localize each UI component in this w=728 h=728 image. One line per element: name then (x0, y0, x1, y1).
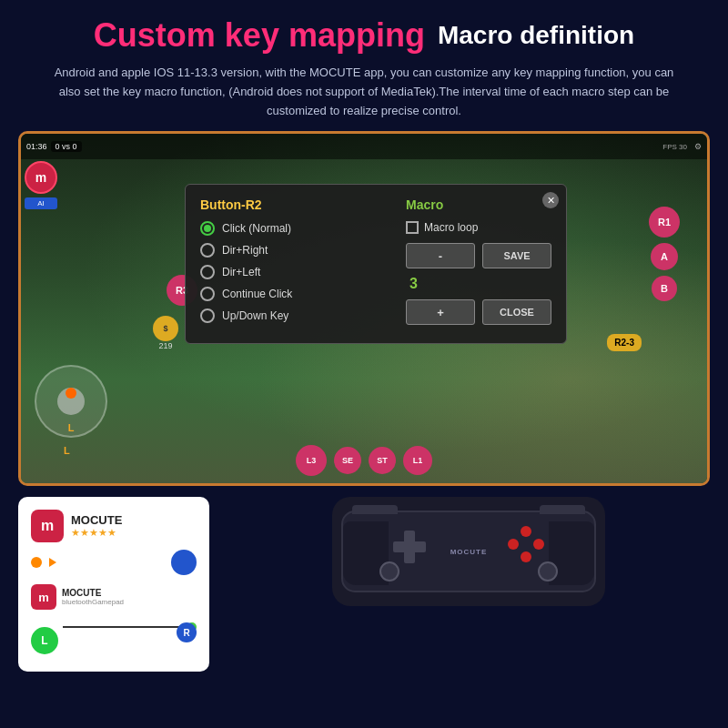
macro-number: 3 (406, 276, 551, 292)
right-action-buttons: R1 A B (649, 207, 680, 301)
app-mocute-brand: MOCUTE (62, 588, 124, 598)
close-button[interactable]: CLOSE (482, 299, 551, 325)
hud-gear-icon[interactable]: ⚙ (694, 142, 702, 151)
app-mocute-icon: m (31, 584, 56, 610)
ctrl-shoulder-left (352, 505, 398, 514)
hud-top-bar: 01:36 0 vs 0 FPS 30 ⚙ (21, 134, 707, 159)
macro-bottom-buttons: + CLOSE (406, 299, 551, 325)
macro-loop-checkbox[interactable] (406, 221, 419, 234)
radio-dir-left (200, 265, 215, 279)
mocute-logo: m (25, 161, 57, 194)
key-mapping-dialog: ✕ Button-R2 Click (Normal) Dir+Right Dir… (185, 184, 567, 344)
ctrl-abxy (508, 526, 544, 562)
se-button[interactable]: SE (334, 447, 361, 474)
macro-top-buttons: - SAVE (406, 243, 551, 268)
l1-button[interactable]: L1 (403, 446, 432, 475)
app-icon: m (31, 510, 64, 542)
button-options-panel: Button-R2 Click (Normal) Dir+Right Dir+L… (200, 197, 388, 330)
bottom-section: m MOCUTE ★★★★★ m MOCUTE bluetoothGamepad… (0, 486, 728, 682)
ctrl-dpad (393, 531, 426, 563)
title-main: Custom key mapping (94, 16, 425, 55)
radio-dir-right (200, 243, 215, 258)
app-card-header: m MOCUTE ★★★★★ (31, 510, 197, 542)
macro-panel: Macro Macro loop - SAVE 3 + CLOSE (406, 197, 551, 330)
macro-loop-row: Macro loop (406, 221, 551, 234)
gold-badge: $ 219 (153, 316, 178, 350)
option-dir-right-label: Dir+Right (222, 244, 268, 257)
option-dir-left[interactable]: Dir+Left (200, 265, 388, 279)
title-sub: Macro definition (438, 21, 634, 50)
option-click-normal-label: Click (Normal) (222, 222, 291, 235)
option-updown-key-label: Up/Down Key (222, 309, 288, 322)
option-updown-key[interactable]: Up/Down Key (200, 308, 388, 323)
controller-body: MOCUTE (341, 511, 596, 592)
ctrl-dpad-v (404, 531, 415, 563)
app-circle-blue (171, 550, 197, 575)
dialog-close-button[interactable]: ✕ (542, 192, 559, 208)
joystick-dot (66, 388, 76, 399)
ctrl-btn-top (521, 526, 531, 537)
ctrl-btn-bottom (521, 551, 531, 562)
game-screenshot: 01:36 0 vs 0 FPS 30 ⚙ m AI R3 $ 219 L ✕ … (18, 131, 710, 486)
left-joystick[interactable] (35, 365, 107, 438)
ctrl-btn-right (533, 539, 544, 550)
app-stars: ★★★★★ (71, 527, 122, 539)
app-name: MOCUTE (71, 513, 122, 527)
r1-button[interactable]: R1 (649, 207, 680, 238)
option-click-normal[interactable]: Click (Normal) (200, 221, 388, 236)
b-button[interactable]: B (652, 276, 677, 301)
ctrl-joy-left (379, 561, 399, 581)
app-R-circle: R (177, 622, 197, 642)
app-mocute-sub: bluetoothGamepad (62, 598, 124, 606)
r23-button-container: R2-3 (607, 334, 642, 351)
header: Custom key mapping Macro definition Andr… (0, 0, 728, 131)
a-button[interactable]: A (651, 243, 678, 270)
radio-updown-key (200, 308, 215, 323)
app-joystick-row: L R (31, 622, 197, 659)
plus-button[interactable]: + (406, 299, 475, 325)
header-title: Custom key mapping Macro definition (27, 16, 701, 55)
hud-fps: FPS 30 (662, 143, 687, 151)
app-dot-tri (49, 558, 56, 567)
gold-amount: 219 (153, 341, 178, 350)
ai-badge: AI (25, 197, 57, 209)
left-panel: m AI (25, 161, 57, 209)
option-continue-click-label: Continue Click (222, 288, 292, 300)
option-dir-left-label: Dir+Left (222, 266, 260, 278)
minus-button[interactable]: - (406, 243, 475, 268)
app-mocute-row: m MOCUTE bluetoothGamepad (31, 584, 197, 610)
controller-image: MOCUTE (332, 497, 605, 606)
save-button[interactable]: SAVE (482, 243, 551, 268)
macro-loop-label: Macro loop (424, 221, 478, 234)
joystick-inner (57, 388, 85, 415)
r23-button[interactable]: R2-3 (607, 334, 642, 351)
app-L-circle: L (31, 627, 58, 654)
L-label: L (64, 445, 70, 456)
l3-button[interactable]: L3 (296, 445, 327, 476)
macro-title: Macro (406, 197, 551, 212)
radio-click-normal (200, 221, 215, 236)
hud-score: 0 vs 0 (51, 141, 82, 152)
header-description: Android and apple IOS 11-13.3 version, w… (46, 64, 682, 120)
radio-continue-click (200, 287, 215, 301)
app-card: m MOCUTE ★★★★★ m MOCUTE bluetoothGamepad… (18, 497, 209, 672)
option-continue-click[interactable]: Continue Click (200, 287, 388, 301)
ctrl-logo: MOCUTE (450, 548, 488, 556)
app-dot-orange (31, 557, 42, 568)
hud-timer: 01:36 (26, 142, 47, 151)
button-panel-title: Button-R2 (200, 197, 388, 212)
app-ui-row (31, 550, 197, 575)
option-dir-right[interactable]: Dir+Right (200, 243, 388, 258)
ctrl-shoulder-right (540, 505, 585, 514)
bottom-hud-buttons: L3 SE ST L1 (296, 445, 432, 476)
ctrl-btn-left (508, 539, 519, 550)
dot-line (63, 626, 184, 628)
st-button[interactable]: ST (369, 447, 396, 474)
controller-area: MOCUTE (228, 497, 710, 606)
